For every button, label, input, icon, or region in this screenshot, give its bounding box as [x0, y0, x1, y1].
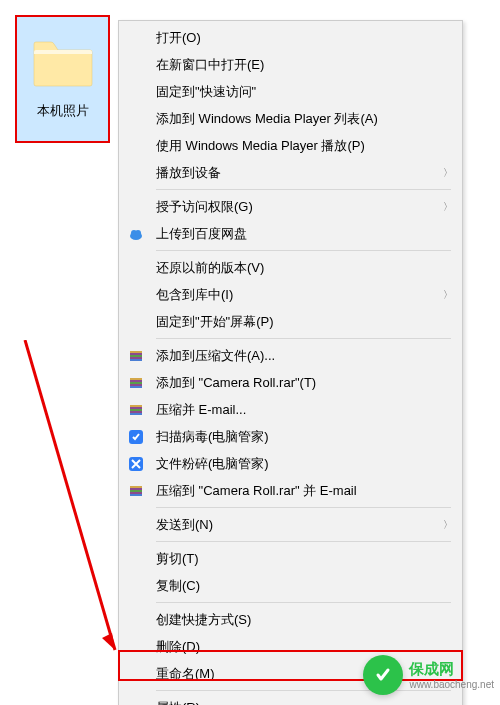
svg-rect-19	[130, 490, 142, 492]
watermark: 保成网 www.baocheng.net	[363, 655, 494, 695]
menu-label: 播放到设备	[156, 164, 443, 182]
blank-icon	[126, 637, 146, 657]
menu-label: 固定到"开始"屏幕(P)	[156, 313, 453, 331]
svg-rect-12	[130, 405, 142, 407]
winrar-icon	[126, 373, 146, 393]
chevron-right-icon: 〉	[443, 518, 453, 532]
separator	[156, 602, 451, 603]
menu-label: 上传到百度网盘	[156, 225, 453, 243]
folder-label: 本机照片	[37, 102, 89, 120]
blank-icon	[126, 197, 146, 217]
menu-create-shortcut[interactable]: 创建快捷方式(S)	[120, 606, 461, 633]
watermark-brand: 保成网	[409, 660, 494, 679]
menu-label: 使用 Windows Media Player 播放(P)	[156, 137, 453, 155]
winrar-icon	[126, 400, 146, 420]
separator	[156, 250, 451, 251]
blank-icon	[126, 136, 146, 156]
menu-grant-access[interactable]: 授予访问权限(G) 〉	[120, 193, 461, 220]
svg-rect-13	[130, 409, 142, 411]
menu-label: 授予访问权限(G)	[156, 198, 443, 216]
chevron-right-icon: 〉	[443, 166, 453, 180]
menu-scan-virus[interactable]: 扫描病毒(电脑管家)	[120, 423, 461, 450]
blank-icon	[126, 28, 146, 48]
blank-icon	[126, 163, 146, 183]
menu-add-wmp-list[interactable]: 添加到 Windows Media Player 列表(A)	[120, 105, 461, 132]
blank-icon	[126, 285, 146, 305]
menu-include-library[interactable]: 包含到库中(I) 〉	[120, 281, 461, 308]
separator	[156, 189, 451, 190]
svg-rect-9	[130, 382, 142, 384]
menu-restore-versions[interactable]: 还原以前的版本(V)	[120, 254, 461, 281]
menu-label: 文件粉碎(电脑管家)	[156, 455, 453, 473]
menu-label: 剪切(T)	[156, 550, 453, 568]
menu-add-camera-roll[interactable]: 添加到 "Camera Roll.rar"(T)	[120, 369, 461, 396]
svg-rect-5	[130, 355, 142, 357]
chevron-right-icon: 〉	[443, 200, 453, 214]
menu-label: 打开(O)	[156, 29, 453, 47]
shred-icon	[126, 454, 146, 474]
chevron-right-icon: 〉	[443, 288, 453, 302]
svg-rect-18	[130, 486, 142, 488]
blank-icon	[126, 576, 146, 596]
winrar-icon	[126, 346, 146, 366]
folder-icon	[32, 38, 94, 88]
svg-marker-22	[102, 633, 115, 650]
blank-icon	[126, 82, 146, 102]
svg-rect-6	[130, 359, 142, 361]
svg-rect-4	[130, 351, 142, 353]
menu-label: 属性(R)	[156, 699, 453, 706]
shield-icon	[126, 427, 146, 447]
separator	[156, 541, 451, 542]
menu-cut[interactable]: 剪切(T)	[120, 545, 461, 572]
svg-rect-10	[130, 386, 142, 388]
menu-label: 固定到"快速访问"	[156, 83, 453, 101]
menu-label: 添加到 Windows Media Player 列表(A)	[156, 110, 453, 128]
watermark-logo-icon	[363, 655, 403, 695]
menu-open[interactable]: 打开(O)	[120, 24, 461, 51]
menu-label: 添加到 "Camera Roll.rar"(T)	[156, 374, 453, 392]
separator	[156, 507, 451, 508]
menu-open-new-window[interactable]: 在新窗口中打开(E)	[120, 51, 461, 78]
menu-compress-email[interactable]: 压缩并 E-mail...	[120, 396, 461, 423]
blank-icon	[126, 55, 146, 75]
menu-play-wmp[interactable]: 使用 Windows Media Player 播放(P)	[120, 132, 461, 159]
menu-pin-quick-access[interactable]: 固定到"快速访问"	[120, 78, 461, 105]
menu-pin-start[interactable]: 固定到"开始"屏幕(P)	[120, 308, 461, 335]
winrar-icon	[126, 481, 146, 501]
blank-icon	[126, 664, 146, 684]
menu-send-to[interactable]: 发送到(N) 〉	[120, 511, 461, 538]
svg-rect-20	[130, 494, 142, 496]
menu-add-archive[interactable]: 添加到压缩文件(A)...	[120, 342, 461, 369]
separator	[156, 338, 451, 339]
blank-icon	[126, 515, 146, 535]
context-menu: 打开(O) 在新窗口中打开(E) 固定到"快速访问" 添加到 Windows M…	[118, 20, 463, 705]
svg-point-2	[135, 230, 141, 236]
blank-icon	[126, 109, 146, 129]
blank-icon	[126, 610, 146, 630]
menu-properties[interactable]: 属性(R)	[120, 694, 461, 705]
svg-rect-14	[130, 413, 142, 415]
menu-label: 复制(C)	[156, 577, 453, 595]
menu-label: 删除(D)	[156, 638, 453, 656]
blank-icon	[126, 312, 146, 332]
menu-copy[interactable]: 复制(C)	[120, 572, 461, 599]
svg-rect-8	[130, 378, 142, 380]
menu-label: 包含到库中(I)	[156, 286, 443, 304]
svg-line-21	[25, 340, 115, 650]
menu-label: 发送到(N)	[156, 516, 443, 534]
menu-compress-camera-email[interactable]: 压缩到 "Camera Roll.rar" 并 E-mail	[120, 477, 461, 504]
menu-cast-device[interactable]: 播放到设备 〉	[120, 159, 461, 186]
menu-label: 在新窗口中打开(E)	[156, 56, 453, 74]
folder-selected[interactable]: 本机照片	[15, 15, 110, 143]
menu-label: 创建快捷方式(S)	[156, 611, 453, 629]
menu-label: 还原以前的版本(V)	[156, 259, 453, 277]
menu-label: 添加到压缩文件(A)...	[156, 347, 453, 365]
watermark-domain: www.baocheng.net	[409, 679, 494, 690]
menu-label: 压缩到 "Camera Roll.rar" 并 E-mail	[156, 482, 453, 500]
blank-icon	[126, 258, 146, 278]
menu-upload-baidu[interactable]: 上传到百度网盘	[120, 220, 461, 247]
blank-icon	[126, 698, 146, 706]
baidu-cloud-icon	[126, 224, 146, 244]
menu-file-shred[interactable]: 文件粉碎(电脑管家)	[120, 450, 461, 477]
menu-label: 压缩并 E-mail...	[156, 401, 453, 419]
